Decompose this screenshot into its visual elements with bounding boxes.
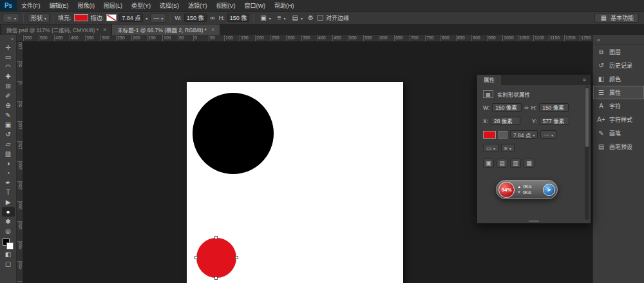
dock-collapse-icon[interactable]: « xyxy=(593,35,644,45)
stroke-swatch[interactable] xyxy=(498,131,507,139)
document-tab-weixin[interactable]: 微信.psd @ 117% (二维码, CMYK/8) * × xyxy=(1,24,112,35)
panel-tab-layers[interactable]: ⧉ 图层 xyxy=(593,45,644,59)
gear-icon[interactable]: ⚙ xyxy=(307,14,315,21)
selected-shape-wrapper[interactable] xyxy=(196,238,236,278)
panel-tab-character[interactable]: A 字符 xyxy=(593,99,644,113)
stroke-style-select[interactable]: — xyxy=(150,14,166,23)
ruler-origin[interactable] xyxy=(17,35,23,42)
shape-x-field[interactable]: 28 像素 xyxy=(491,117,520,125)
menu-item[interactable]: 编辑(E) xyxy=(45,0,73,12)
history-brush-tool[interactable]: ↺ xyxy=(2,130,15,139)
subtract-shape-button[interactable]: ▤ xyxy=(497,159,507,168)
clone-stamp-tool[interactable]: ▣ xyxy=(2,120,15,130)
screen-mode-button[interactable]: ▢ xyxy=(2,259,15,269)
eraser-tool[interactable]: ▱ xyxy=(2,139,15,149)
lasso-tool[interactable]: ◠ xyxy=(2,62,15,72)
chevron-down-icon[interactable] xyxy=(146,15,147,21)
path-arrange-button[interactable]: ▤ xyxy=(290,14,304,23)
anchor-handle-top[interactable] xyxy=(214,236,218,239)
quick-selection-tool[interactable]: ✚ xyxy=(2,72,15,81)
ellipse-tool[interactable]: ● xyxy=(2,207,15,217)
panel-tab-color[interactable]: ◧ 颜色 xyxy=(593,72,644,86)
anchor-handle-bottom[interactable] xyxy=(214,277,218,280)
horizontal-ruler[interactable]: 550 500 450 400 350 300 250 200 150 100 … xyxy=(23,35,592,42)
menu-item[interactable]: 窗口(W) xyxy=(240,0,270,12)
scrollbar-thumb[interactable] xyxy=(585,88,589,147)
document-tab-untitled[interactable]: 未标题-1 @ 66.7% (椭圆 2, RGB/8) * × xyxy=(112,24,220,35)
vertical-ruler[interactable]: 100 50 0 50 100 150 200 250 300 350 400 … xyxy=(17,42,23,283)
quick-mask-button[interactable]: ◧ xyxy=(2,249,15,259)
panel-tab-character-styles[interactable]: A+ 字符样式 xyxy=(593,113,644,126)
stroke-style-select[interactable]: — xyxy=(540,130,556,139)
path-operations-button[interactable]: ▣ xyxy=(258,14,272,23)
tool-preset-dropdown[interactable]: ○ xyxy=(3,14,19,23)
progress-badge[interactable]: 94% xyxy=(498,182,515,198)
menu-item[interactable]: 图像(I) xyxy=(73,0,100,12)
stroke-width-field[interactable]: 7.84 点 xyxy=(119,14,143,22)
foreground-background-swatches[interactable] xyxy=(3,239,14,249)
healing-brush-tool[interactable]: ⊕ xyxy=(2,101,15,110)
ellipse-shape-red[interactable] xyxy=(196,238,236,278)
shape-height-field[interactable]: 150 像 xyxy=(227,14,250,22)
app-logo[interactable]: Ps xyxy=(0,0,17,11)
close-icon[interactable]: × xyxy=(103,26,106,33)
background-color-swatch[interactable] xyxy=(6,242,14,249)
intersect-shape-button[interactable]: ▥ xyxy=(510,159,521,168)
anchor-handle-left[interactable] xyxy=(194,256,198,259)
widget-action-button[interactable]: ➤ xyxy=(543,184,555,196)
stroke-caps-select[interactable]: ≡ xyxy=(501,144,515,152)
workspace-switcher-button[interactable]: ▦ 基本功能 xyxy=(594,13,639,23)
panel-resize-grip[interactable] xyxy=(529,220,539,222)
dodge-tool[interactable]: ◔ xyxy=(2,168,15,178)
panel-tab-properties[interactable]: ☰ 属性 xyxy=(593,86,644,99)
properties-tab[interactable]: 属性 xyxy=(477,75,501,85)
close-icon[interactable]: × xyxy=(211,26,214,33)
speed-widget[interactable]: 94% ▲ 0K/s ▼ 0K/s ➤ xyxy=(496,180,558,199)
panel-tab-brush-presets[interactable]: ▤ 画笔预设 xyxy=(593,140,644,153)
menu-item[interactable]: 帮助(H) xyxy=(270,0,299,12)
exclude-shape-button[interactable]: ▦ xyxy=(524,159,535,168)
path-alignment-button[interactable]: ≡ xyxy=(275,14,287,23)
gradient-tool[interactable]: ▥ xyxy=(2,149,15,159)
link-dimensions-icon[interactable]: ∞ xyxy=(209,14,216,21)
blur-tool[interactable]: ◑ xyxy=(2,159,15,168)
panel-tab-brush[interactable]: ✎ 画笔 xyxy=(593,126,644,140)
brush-tool[interactable]: ✎ xyxy=(2,110,15,120)
menu-item[interactable]: 滤镜(T) xyxy=(184,0,212,12)
type-tool[interactable]: T xyxy=(2,188,15,197)
pen-tool[interactable]: ✒ xyxy=(2,178,15,188)
marquee-tool[interactable]: ▭ xyxy=(2,52,15,62)
move-tool[interactable]: ✛ xyxy=(2,43,15,52)
menu-item[interactable]: 文件(F) xyxy=(17,0,45,12)
panel-menu-icon[interactable]: ≡ xyxy=(583,77,591,83)
toolbox-collapse-icon[interactable]: » xyxy=(11,35,16,43)
combine-shapes-button[interactable]: ▣ xyxy=(483,159,494,168)
shape-width-field[interactable]: 150 像 xyxy=(184,14,207,22)
path-selection-tool[interactable]: ▶ xyxy=(2,197,15,207)
menu-item[interactable]: 类型(Y) xyxy=(127,0,155,12)
menu-item[interactable]: 选择(S) xyxy=(155,0,184,12)
panel-scrollbar[interactable] xyxy=(585,86,589,220)
eyedropper-tool[interactable]: ✐ xyxy=(2,91,15,101)
stroke-swatch[interactable] xyxy=(106,14,117,21)
document-canvas[interactable] xyxy=(187,82,403,283)
fill-swatch[interactable] xyxy=(74,14,88,21)
anchor-handle-right[interactable] xyxy=(235,256,238,259)
shape-width-field[interactable]: 150 像素 xyxy=(492,103,522,112)
shape-height-field[interactable]: 150 像素 xyxy=(539,103,569,112)
align-edges-checkbox[interactable] xyxy=(317,15,323,21)
hand-tool[interactable]: ✽ xyxy=(2,217,15,226)
stroke-align-select[interactable]: ▭ xyxy=(483,144,498,152)
stroke-width-select[interactable]: 7.84 点 xyxy=(510,130,538,139)
tool-mode-select[interactable]: 形状 xyxy=(28,14,50,23)
fill-swatch[interactable] xyxy=(483,131,496,139)
zoom-tool[interactable]: ◎ xyxy=(2,226,15,236)
menu-item[interactable]: 视图(V) xyxy=(212,0,240,12)
ellipse-shape-black[interactable] xyxy=(193,93,274,174)
link-dimensions-icon[interactable]: ∞ xyxy=(524,104,528,111)
menu-item[interactable]: 图层(L) xyxy=(99,0,127,12)
panel-tab-history[interactable]: ↺ 历史记录 xyxy=(593,59,644,72)
crop-tool[interactable]: ⊞ xyxy=(2,81,15,91)
shape-y-field[interactable]: 577 像素 xyxy=(540,117,569,125)
chevron-down-icon xyxy=(493,145,495,151)
